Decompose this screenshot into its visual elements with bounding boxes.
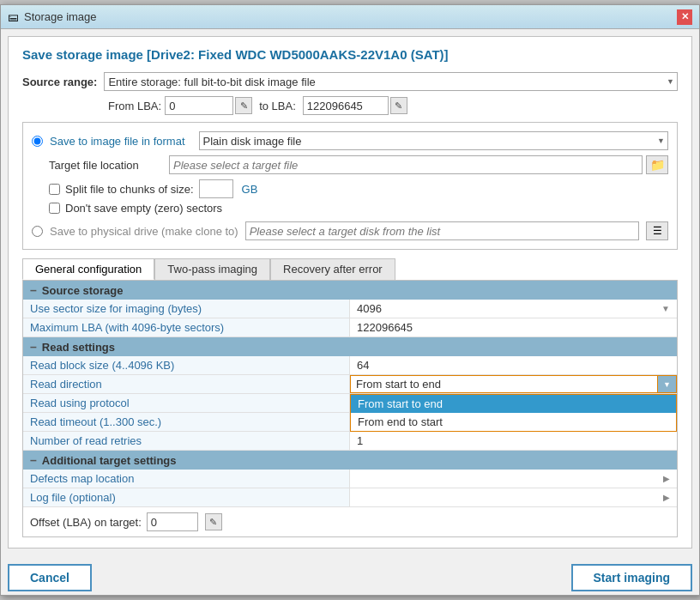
- title-bar-left: 🖴 Storage image: [8, 10, 97, 23]
- read-direction-option-1[interactable]: From end to start: [351, 413, 676, 431]
- tab-general-configuration[interactable]: General configuration: [22, 258, 154, 280]
- source-label-1: Maximum LBA (with 4096-byte sectors): [23, 318, 350, 336]
- read-protocol-label: Read using protocol: [23, 394, 350, 412]
- read-direction-options-panel: From start to end From end to start: [350, 394, 677, 432]
- read-direction-label: Read direction: [23, 375, 350, 393]
- target-file-input[interactable]: [169, 155, 643, 174]
- read-direction-row: Read direction From start to end ▼ From …: [23, 375, 677, 394]
- split-label: Split file to chunks of size:: [65, 183, 194, 196]
- additional-label-0: Defects map location: [23, 470, 350, 488]
- source-storage-header-label: Source storage: [42, 284, 124, 297]
- additional-arrow-1[interactable]: ▶: [663, 493, 670, 502]
- source-range-select[interactable]: Entire storage: full bit-to-bit disk ima…: [104, 72, 678, 91]
- page-title: Save storage image [Drive2: Fixed WDC WD…: [22, 47, 678, 62]
- read-label-0: Read block size (4..4096 KB): [23, 356, 350, 374]
- config-wrapper: – Source storage Use sector size for ima…: [22, 280, 678, 537]
- no-empty-checkbox-row: Don't save empty (zero) sectors: [49, 202, 668, 215]
- source-value-text-0: 4096: [357, 302, 382, 315]
- save-image-radio-label: Save to image file in format: [50, 135, 185, 148]
- to-lba-input[interactable]: [303, 96, 389, 115]
- save-image-radio[interactable]: [32, 136, 43, 147]
- read-timeout-label: Read timeout (1..300 sec.): [23, 413, 350, 431]
- read-direction-arrow[interactable]: ▼: [657, 376, 676, 392]
- cancel-button[interactable]: Cancel: [8, 564, 92, 591]
- read-settings-header: – Read settings: [23, 337, 677, 356]
- source-value-1: 122096645: [350, 318, 677, 336]
- additional-header-label: Additional target settings: [42, 454, 177, 467]
- read-direction-selected[interactable]: From start to end: [351, 376, 657, 392]
- folder-icon: 📁: [650, 158, 665, 172]
- offset-row: Offset (LBA) on target: ✎: [23, 507, 677, 536]
- read-settings-header-label: Read settings: [42, 341, 115, 354]
- additional-row-1: Log file (optional) ▶: [23, 488, 677, 507]
- read-retries-value: 1: [350, 432, 677, 450]
- target-location-row: Target file location 📁: [49, 155, 668, 174]
- clone-label: Save to physical drive (make clone to): [50, 225, 238, 238]
- tab-recovery[interactable]: Recovery after error: [270, 258, 395, 280]
- offset-edit-icon[interactable]: ✎: [205, 513, 222, 530]
- from-lba-input[interactable]: [165, 96, 233, 115]
- to-lba-edit-icon[interactable]: ✎: [390, 97, 407, 114]
- image-format-select[interactable]: Plain disk image file: [199, 131, 668, 150]
- additional-arrow-0[interactable]: ▶: [663, 474, 670, 483]
- tabs-container: General configuration Two-pass imaging R…: [22, 258, 678, 280]
- source-storage-minus: –: [30, 283, 37, 297]
- no-empty-label: Don't save empty (zero) sectors: [65, 202, 222, 215]
- save-image-radio-row: Save to image file in format Plain disk …: [32, 131, 668, 150]
- to-lba-label: to LBA:: [259, 100, 296, 112]
- tab-two-pass[interactable]: Two-pass imaging: [154, 258, 270, 280]
- footer: Cancel Start imaging: [1, 555, 699, 595]
- additional-minus: –: [30, 453, 37, 467]
- additional-header: – Additional target settings: [23, 451, 677, 470]
- split-unit-label: GB: [242, 183, 258, 196]
- start-imaging-button[interactable]: Start imaging: [571, 564, 692, 591]
- source-range-label: Source range:: [22, 76, 97, 88]
- from-lba-label: From LBA:: [108, 100, 161, 112]
- read-direction-dropdown-wrapper: From start to end ▼: [350, 375, 677, 393]
- split-checkbox[interactable]: [49, 184, 60, 195]
- list-icon: ☰: [653, 225, 662, 237]
- source-label-0: Use sector size for imaging (bytes): [23, 300, 350, 318]
- read-direction-option-0[interactable]: From start to end: [351, 395, 676, 413]
- read-row-0: Read block size (4..4096 KB) 64: [23, 356, 677, 375]
- read-retries-row: Number of read retries 1: [23, 432, 677, 451]
- source-dropdown-arrow-0[interactable]: ▼: [661, 304, 670, 313]
- offset-label: Offset (LBA) on target:: [30, 516, 142, 529]
- source-row-1: Maximum LBA (with 4096-byte sectors) 122…: [23, 318, 677, 337]
- window-content: Save storage image [Drive2: Fixed WDC WD…: [8, 36, 692, 548]
- close-button[interactable]: ✕: [677, 9, 692, 25]
- browse-folder-button[interactable]: 📁: [646, 155, 668, 174]
- additional-label-1: Log file (optional): [23, 488, 350, 506]
- save-image-section: Save to image file in format Plain disk …: [22, 122, 678, 250]
- clone-radio[interactable]: [32, 226, 43, 237]
- read-direction-value-cell: From start to end ▼ From start to end Fr…: [350, 375, 677, 393]
- from-lba-edit-icon[interactable]: ✎: [235, 97, 252, 114]
- source-value-0: 4096 ▼: [350, 300, 677, 318]
- source-storage-header: – Source storage: [23, 281, 677, 300]
- title-bar: 🖴 Storage image ✕: [1, 5, 699, 29]
- main-window: 🖴 Storage image ✕ Save storage image [Dr…: [0, 4, 700, 596]
- target-file-label: Target file location: [49, 159, 169, 172]
- clone-row: Save to physical drive (make clone to) ☰: [32, 221, 668, 240]
- split-checkbox-row: Split file to chunks of size: GB: [49, 179, 668, 198]
- read-value-0: 64: [350, 356, 677, 374]
- no-empty-checkbox[interactable]: [49, 203, 60, 214]
- additional-row-0: Defects map location ▶: [23, 470, 677, 488]
- clone-list-button[interactable]: ☰: [646, 221, 668, 240]
- clone-disk-input[interactable]: [245, 221, 639, 240]
- source-row-0: Use sector size for imaging (bytes) 4096…: [23, 300, 677, 318]
- read-settings-minus: –: [30, 340, 37, 354]
- window-title: Storage image: [24, 10, 97, 23]
- additional-value-1: ▶: [350, 488, 677, 506]
- offset-input[interactable]: [147, 512, 198, 531]
- split-value-input[interactable]: [199, 179, 233, 198]
- lba-row: From LBA: ✎ to LBA: ✎: [108, 96, 678, 115]
- source-range-row: Source range: Entire storage: full bit-t…: [22, 72, 678, 91]
- read-retries-label: Number of read retries: [23, 432, 350, 450]
- app-icon: 🖴: [8, 10, 19, 23]
- additional-value-0: ▶: [350, 470, 677, 488]
